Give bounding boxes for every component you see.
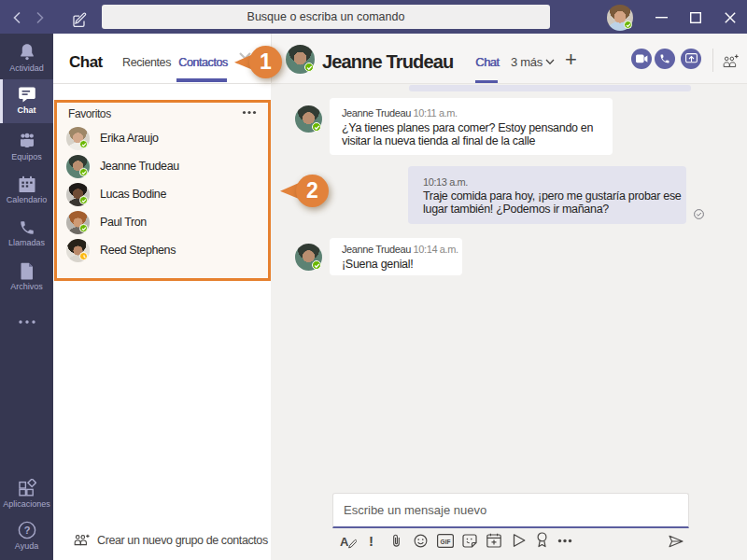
svg-text:?: ? <box>23 525 30 536</box>
svg-text:A: A <box>340 535 349 549</box>
svg-text:GIF: GIF <box>441 539 451 545</box>
